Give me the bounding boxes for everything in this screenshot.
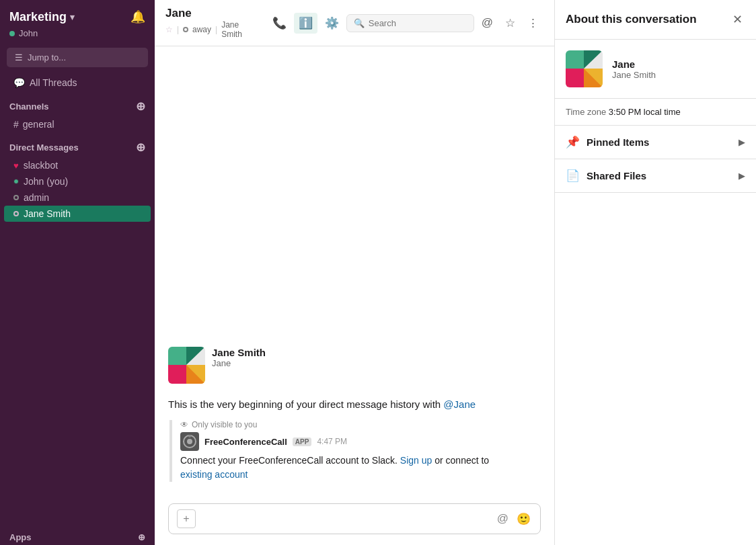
file-icon: 📄 bbox=[566, 169, 580, 183]
slackbot-label: slackbot bbox=[24, 160, 58, 171]
workspace-chevron-icon: ▾ bbox=[70, 12, 75, 22]
svg-point-10 bbox=[188, 435, 191, 437]
jump-to-icon: ☰ bbox=[15, 52, 23, 62]
chat-title-name: Jane bbox=[165, 7, 192, 20]
channels-header: Channels ⊕ bbox=[0, 91, 155, 116]
away-status-dot bbox=[183, 27, 188, 32]
emoji-button[interactable]: 🙂 bbox=[515, 511, 532, 528]
add-attachment-button[interactable]: + bbox=[177, 509, 196, 528]
timezone-value: 3:50 PM local time bbox=[609, 107, 681, 117]
right-panel-header: About this conversation ✕ bbox=[555, 0, 756, 40]
beginning-text-content: This is the very beginning of your direc… bbox=[168, 399, 441, 410]
sidebar-header: Marketing ▾ 🔔 bbox=[0, 0, 155, 27]
profile-section: Jane Jane Smith bbox=[555, 40, 756, 99]
svg-marker-4 bbox=[168, 365, 186, 384]
chat-header-icons: 📞 ℹ️ ⚙️ 🔍 @ ☆ ⋮ bbox=[268, 13, 543, 34]
bot-signup-link[interactable]: Sign up bbox=[400, 455, 432, 466]
divider: | bbox=[177, 25, 179, 34]
message-input-area: + @ 🙂 bbox=[155, 495, 554, 545]
bot-badge-label: APP bbox=[293, 437, 312, 446]
profile-fullname-label: Jane Smith bbox=[612, 70, 656, 80]
add-channel-button[interactable]: ⊕ bbox=[136, 99, 145, 114]
profile-avatar bbox=[566, 50, 603, 87]
bell-icon[interactable]: 🔔 bbox=[130, 9, 145, 24]
close-panel-button[interactable]: ✕ bbox=[730, 11, 745, 28]
star-icon[interactable]: ☆ bbox=[165, 25, 173, 34]
search-icon: 🔍 bbox=[354, 18, 365, 28]
pinned-items-label: Pinned Items bbox=[587, 136, 649, 148]
search-input[interactable] bbox=[369, 18, 467, 28]
at-icon-button[interactable]: @ bbox=[477, 13, 498, 33]
admin-status-dot bbox=[13, 195, 19, 200]
chat-body[interactable]: Jane Smith Jane This is the very beginni… bbox=[155, 46, 554, 495]
bot-time-label: 4:47 PM bbox=[317, 437, 347, 446]
svg-marker-15 bbox=[566, 69, 584, 87]
all-threads-label: All Threads bbox=[30, 77, 77, 88]
svg-point-9 bbox=[187, 439, 192, 444]
more-icon-button[interactable]: ⋮ bbox=[523, 13, 543, 34]
beginning-subtitle: Jane bbox=[212, 358, 266, 368]
bot-avatar bbox=[180, 432, 199, 451]
sidebar-item-all-threads[interactable]: 💬 All Threads bbox=[4, 74, 151, 91]
beginning-text: This is the very beginning of your direc… bbox=[168, 397, 541, 413]
sidebar: Marketing ▾ 🔔 John ☰ Jump to... 💬 All Th… bbox=[0, 0, 155, 545]
threads-icon: 💬 bbox=[13, 77, 25, 88]
pinned-chevron-icon: ▶ bbox=[739, 137, 745, 147]
message-input[interactable] bbox=[201, 513, 490, 524]
sidebar-item-john[interactable]: John (you) bbox=[4, 173, 151, 190]
bot-only-visible-text: Only visible to you bbox=[192, 420, 257, 429]
add-dm-button[interactable]: ⊕ bbox=[136, 140, 145, 155]
john-status-dot bbox=[13, 179, 19, 184]
chat-title: Jane ☆ | away | Jane Smith bbox=[165, 7, 261, 39]
beginning-info: Jane Smith Jane bbox=[212, 347, 266, 368]
pin-icon: 📌 bbox=[566, 135, 580, 149]
sidebar-item-general[interactable]: # general bbox=[4, 116, 151, 132]
apps-label: Apps bbox=[9, 532, 32, 542]
bot-header: FreeConferenceCall APP 4:47 PM bbox=[180, 432, 541, 451]
workspace-name[interactable]: Marketing ▾ bbox=[9, 10, 75, 24]
subtitle-fullname: Jane Smith bbox=[221, 20, 261, 39]
bot-text-1: Connect your FreeConferenceCall account … bbox=[180, 455, 398, 466]
right-panel: About this conversation ✕ Jane Jane Smit… bbox=[554, 0, 756, 545]
timezone-label: Time zone bbox=[566, 107, 606, 117]
right-panel-title: About this conversation bbox=[566, 13, 697, 26]
star-icon-button[interactable]: ☆ bbox=[500, 13, 520, 34]
phone-icon-button[interactable]: 📞 bbox=[268, 13, 291, 34]
jump-to-button[interactable]: ☰ Jump to... bbox=[7, 48, 148, 67]
shared-files-label: Shared Files bbox=[587, 170, 646, 181]
profile-info: Jane Jane Smith bbox=[612, 58, 656, 80]
dm-label: Direct Messages bbox=[9, 142, 79, 153]
search-box[interactable]: 🔍 bbox=[346, 14, 474, 32]
channel-name-label: general bbox=[23, 119, 54, 130]
at-message-button[interactable]: @ bbox=[496, 511, 510, 527]
message-input-box: + @ 🙂 bbox=[168, 503, 541, 534]
sidebar-item-admin[interactable]: admin bbox=[4, 190, 151, 206]
files-chevron-icon: ▶ bbox=[739, 171, 745, 181]
info-icon-button[interactable]: ℹ️ bbox=[294, 13, 317, 34]
settings-icon-button[interactable]: ⚙️ bbox=[320, 13, 344, 34]
main-chat: Jane ☆ | away | Jane Smith 📞 ℹ️ ⚙️ 🔍 @ ☆… bbox=[155, 0, 554, 545]
pinned-items-section[interactable]: 📌 Pinned Items ▶ bbox=[555, 126, 756, 159]
pinned-items-left: 📌 Pinned Items bbox=[566, 135, 649, 149]
hash-icon: # bbox=[13, 119, 19, 130]
sidebar-item-slackbot[interactable]: ♥ slackbot bbox=[4, 157, 151, 173]
bot-existing-link[interactable]: existing account bbox=[180, 469, 248, 480]
workspace-title: Marketing bbox=[9, 10, 67, 24]
add-app-button[interactable]: ⊕ bbox=[138, 532, 145, 542]
user-name-label: John bbox=[19, 28, 38, 38]
mention-link[interactable]: @Jane bbox=[443, 399, 476, 410]
chat-subtitle: ☆ | away | Jane Smith bbox=[165, 20, 261, 39]
bot-text: Connect your FreeConferenceCall account … bbox=[180, 454, 541, 482]
sidebar-item-jane[interactable]: Jane Smith bbox=[4, 206, 151, 222]
message-beginning: Jane Smith Jane This is the very beginni… bbox=[168, 347, 541, 483]
eye-icon: 👁 bbox=[180, 420, 188, 429]
channels-label: Channels bbox=[9, 101, 49, 112]
jane-label: Jane Smith bbox=[24, 208, 71, 219]
shared-files-left: 📄 Shared Files bbox=[566, 169, 646, 183]
shared-files-section[interactable]: 📄 Shared Files ▶ bbox=[555, 159, 756, 193]
svg-marker-12 bbox=[566, 50, 584, 69]
slackbot-heart-icon: ♥ bbox=[13, 161, 19, 171]
bot-visibility-label: 👁 Only visible to you bbox=[180, 420, 541, 429]
bot-name-label: FreeConferenceCall bbox=[204, 437, 287, 447]
beginning-avatar bbox=[168, 347, 205, 384]
